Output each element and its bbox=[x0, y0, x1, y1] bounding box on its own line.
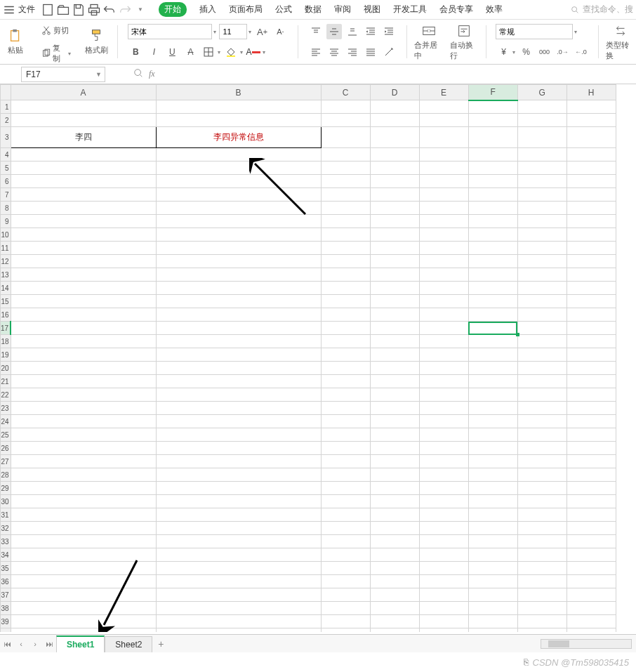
decrease-indent-icon[interactable] bbox=[363, 24, 378, 39]
cell[interactable] bbox=[370, 175, 419, 188]
cell[interactable] bbox=[419, 388, 468, 402]
cell[interactable] bbox=[567, 162, 616, 175]
cell[interactable] bbox=[11, 362, 156, 375]
row-header[interactable]: 25 bbox=[1, 428, 11, 442]
cell[interactable] bbox=[156, 188, 321, 202]
cell[interactable] bbox=[321, 442, 370, 455]
cell[interactable] bbox=[419, 162, 468, 175]
cell[interactable] bbox=[156, 282, 321, 295]
cell[interactable] bbox=[567, 308, 616, 322]
cell[interactable] bbox=[567, 127, 616, 148]
col-header-F[interactable]: F bbox=[468, 85, 517, 100]
cell[interactable] bbox=[468, 308, 517, 322]
cell[interactable] bbox=[517, 495, 567, 508]
cell[interactable] bbox=[517, 295, 567, 308]
cell[interactable] bbox=[567, 522, 616, 535]
cell[interactable] bbox=[321, 415, 370, 428]
row-header[interactable]: 29 bbox=[1, 482, 11, 495]
cell[interactable] bbox=[468, 148, 517, 162]
cell[interactable] bbox=[517, 628, 567, 633]
orientation-icon[interactable] bbox=[381, 44, 397, 60]
cell[interactable] bbox=[419, 268, 468, 282]
cell[interactable] bbox=[468, 335, 517, 348]
cell[interactable] bbox=[370, 548, 419, 562]
cell[interactable] bbox=[321, 615, 370, 628]
file-menu[interactable]: 文件 bbox=[18, 4, 35, 15]
cell[interactable] bbox=[321, 602, 370, 615]
cell[interactable] bbox=[517, 402, 567, 415]
cell[interactable] bbox=[321, 127, 370, 148]
cell[interactable] bbox=[11, 455, 156, 468]
cell[interactable] bbox=[419, 295, 468, 308]
name-box[interactable]: F17 ▼ bbox=[21, 67, 105, 82]
cell[interactable] bbox=[419, 562, 468, 575]
cell[interactable] bbox=[11, 602, 156, 615]
row-header[interactable]: 1 bbox=[1, 100, 11, 114]
cell[interactable] bbox=[517, 482, 567, 495]
cell[interactable] bbox=[468, 127, 517, 148]
cell[interactable] bbox=[370, 114, 419, 127]
cell[interactable] bbox=[370, 535, 419, 548]
cell[interactable] bbox=[156, 628, 321, 633]
cell[interactable] bbox=[11, 522, 156, 535]
cell[interactable] bbox=[468, 114, 517, 127]
cell[interactable] bbox=[156, 322, 321, 335]
formula-input[interactable] bbox=[161, 67, 636, 82]
row-header[interactable]: 20 bbox=[1, 362, 11, 375]
cell[interactable] bbox=[517, 282, 567, 295]
row-header[interactable]: 13 bbox=[1, 268, 11, 282]
cell[interactable] bbox=[419, 575, 468, 588]
align-left-icon[interactable] bbox=[308, 44, 324, 60]
cell[interactable] bbox=[468, 295, 517, 308]
cell[interactable] bbox=[419, 442, 468, 455]
cell[interactable] bbox=[11, 615, 156, 628]
cell[interactable] bbox=[517, 615, 567, 628]
cell[interactable] bbox=[156, 295, 321, 308]
cell[interactable] bbox=[419, 255, 468, 268]
cell[interactable] bbox=[11, 188, 156, 202]
cell[interactable] bbox=[11, 495, 156, 508]
cell[interactable] bbox=[156, 202, 321, 215]
cell[interactable] bbox=[370, 402, 419, 415]
row-header[interactable]: 11 bbox=[1, 242, 11, 255]
cell[interactable] bbox=[517, 162, 567, 175]
cell[interactable] bbox=[517, 335, 567, 348]
cell[interactable] bbox=[370, 295, 419, 308]
cell[interactable] bbox=[468, 495, 517, 508]
cell[interactable] bbox=[468, 522, 517, 535]
cell[interactable] bbox=[567, 615, 616, 628]
cell[interactable] bbox=[567, 268, 616, 282]
tab-nav-last-icon[interactable]: ⏭ bbox=[42, 635, 56, 652]
cell[interactable] bbox=[11, 468, 156, 482]
cell[interactable] bbox=[156, 242, 321, 255]
cell[interactable] bbox=[567, 175, 616, 188]
cell[interactable] bbox=[11, 100, 156, 114]
tab-nav-first-icon[interactable]: ⏮ bbox=[0, 635, 14, 652]
name-box-dropdown-icon[interactable]: ▼ bbox=[95, 71, 102, 78]
merge-center-button[interactable]: 合并居中 bbox=[414, 22, 443, 61]
cell[interactable] bbox=[321, 495, 370, 508]
cell[interactable] bbox=[156, 535, 321, 548]
cell[interactable] bbox=[321, 215, 370, 228]
cell[interactable] bbox=[517, 127, 567, 148]
cell[interactable] bbox=[419, 402, 468, 415]
cell[interactable] bbox=[370, 242, 419, 255]
cell[interactable] bbox=[419, 455, 468, 468]
bold-icon[interactable]: B bbox=[128, 44, 143, 60]
cell[interactable] bbox=[370, 148, 419, 162]
cell[interactable] bbox=[370, 508, 419, 522]
cell[interactable] bbox=[370, 100, 419, 114]
cell[interactable] bbox=[370, 348, 419, 362]
cell[interactable] bbox=[567, 468, 616, 482]
tab-nav-prev-icon[interactable]: ‹ bbox=[14, 635, 28, 652]
cell[interactable] bbox=[419, 114, 468, 127]
cell[interactable] bbox=[468, 348, 517, 362]
row-header[interactable]: 7 bbox=[1, 188, 11, 202]
cell[interactable] bbox=[156, 148, 321, 162]
cell[interactable] bbox=[567, 628, 616, 633]
cell[interactable] bbox=[468, 255, 517, 268]
redo-icon[interactable] bbox=[118, 3, 132, 17]
cell[interactable] bbox=[156, 375, 321, 388]
cell[interactable] bbox=[321, 282, 370, 295]
cut-button[interactable]: 剪切 bbox=[40, 22, 72, 38]
